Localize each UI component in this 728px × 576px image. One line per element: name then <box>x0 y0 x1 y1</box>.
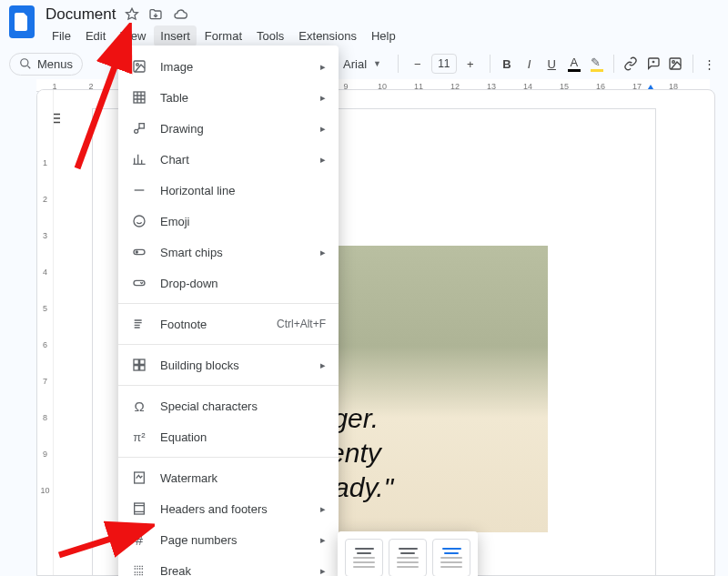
menu-item-equation[interactable]: π²Equation <box>118 421 339 452</box>
separator <box>398 55 399 73</box>
menu-format[interactable]: Format <box>198 25 248 46</box>
star-icon[interactable] <box>125 7 139 22</box>
bold-button[interactable]: B <box>498 52 517 76</box>
menu-help[interactable]: Help <box>365 25 402 46</box>
emoji-icon <box>131 214 147 228</box>
blocks-icon <box>131 358 147 372</box>
insert-link-button[interactable] <box>622 52 641 76</box>
font-size-control: − 11 + <box>406 52 482 76</box>
svg-rect-15 <box>140 366 145 370</box>
font-size-input[interactable]: 11 <box>431 54 457 74</box>
dropdown-icon <box>131 276 147 290</box>
menu-item-label: Smart chips <box>160 246 308 259</box>
add-comment-button[interactable] <box>643 52 662 76</box>
toc-option-plain[interactable] <box>345 539 383 576</box>
chevron-right-icon: ▸ <box>320 565 326 577</box>
pi-icon: π² <box>131 430 147 444</box>
menu-extensions[interactable]: Extensions <box>292 25 363 46</box>
more-toolbar-button[interactable]: ⋮ <box>700 52 719 76</box>
menu-item-special-characters[interactable]: ΩSpecial characters <box>118 390 339 421</box>
menu-item-horizontal-line[interactable]: Horizontal line <box>118 175 339 206</box>
separator <box>490 55 490 73</box>
svg-point-2 <box>672 61 675 64</box>
ruler-tick: 6 <box>43 327 47 363</box>
toc-option-dotted[interactable] <box>389 539 427 576</box>
menu-separator <box>118 385 339 386</box>
italic-button[interactable]: I <box>520 52 539 76</box>
footnote-icon <box>131 317 147 331</box>
menu-item-label: Drawing <box>160 122 308 136</box>
toc-option-links[interactable] <box>432 539 470 576</box>
menu-item-label: Equation <box>160 430 326 444</box>
toc-submenu <box>338 531 478 576</box>
menu-item-emoji[interactable]: Emoji <box>118 206 339 237</box>
separator <box>693 55 693 73</box>
chevron-right-icon: ▸ <box>320 247 326 258</box>
menu-item-image[interactable]: Image▸ <box>118 51 339 82</box>
menu-item-label: Break <box>160 564 308 577</box>
font-family-label: Arial <box>343 57 367 71</box>
menu-item-drop-down[interactable]: Drop-down <box>118 268 339 298</box>
menu-item-table[interactable]: Table▸ <box>118 82 339 113</box>
highlight-button[interactable]: ✎ <box>587 52 606 76</box>
menu-separator <box>118 303 339 304</box>
chevron-right-icon: ▸ <box>320 61 326 73</box>
svg-rect-13 <box>140 359 145 364</box>
chevron-right-icon: ▸ <box>320 92 326 104</box>
omega-icon: Ω <box>131 399 147 414</box>
svg-rect-12 <box>134 359 138 364</box>
menu-item-label: Chart <box>160 153 308 167</box>
menu-item-shortcut: Ctrl+Alt+F <box>277 318 326 330</box>
svg-rect-16 <box>135 472 145 483</box>
menu-separator <box>118 457 339 458</box>
vertical-ruler[interactable]: 1 2 3 4 5 6 7 8 9 10 <box>37 90 54 575</box>
font-size-increase[interactable]: + <box>459 52 482 76</box>
hr-icon <box>131 183 147 197</box>
move-icon[interactable] <box>148 7 163 22</box>
menu-item-label: Page numbers <box>160 533 308 547</box>
menu-item-watermark[interactable]: Watermark <box>118 462 339 493</box>
chip-icon <box>131 245 147 259</box>
insert-image-button[interactable] <box>666 52 685 76</box>
menu-item-footnote[interactable]: FootnoteCtrl+Alt+F <box>118 308 339 339</box>
menu-tools[interactable]: Tools <box>250 25 290 46</box>
break-icon <box>131 563 147 576</box>
menu-item-chart[interactable]: Chart▸ <box>118 144 339 175</box>
chevron-right-icon: ▸ <box>320 154 326 166</box>
chevron-right-icon: ▸ <box>320 503 326 515</box>
font-size-decrease[interactable]: − <box>406 52 430 76</box>
annotation-arrow-top <box>64 23 146 177</box>
ruler-tick: 8 <box>43 399 47 436</box>
menu-item-drawing[interactable]: Drawing▸ <box>118 113 339 144</box>
ruler-tick: 2 <box>43 181 47 217</box>
menu-insert[interactable]: Insert <box>154 25 197 46</box>
separator <box>613 55 614 73</box>
menu-separator <box>118 344 339 345</box>
document-title[interactable]: Document <box>46 5 116 24</box>
menu-item-label: Headers and footers <box>160 502 308 516</box>
ruler-tick: 10 <box>40 472 49 509</box>
search-icon <box>19 57 32 70</box>
annotation-arrow-bottom <box>55 510 155 564</box>
watermark-icon <box>131 470 147 485</box>
menu-item-label: Footnote <box>160 318 264 331</box>
svg-point-10 <box>136 251 137 253</box>
chevron-right-icon: ▸ <box>320 123 326 135</box>
menu-item-label: Watermark <box>160 471 326 485</box>
text-color-button[interactable]: A <box>565 52 584 76</box>
cloud-status-icon[interactable] <box>172 7 188 22</box>
docs-logo-icon[interactable] <box>9 5 35 38</box>
menu-item-building-blocks[interactable]: Building blocks▸ <box>118 349 339 380</box>
menu-item-label: Building blocks <box>160 359 308 372</box>
underline-button[interactable]: U <box>542 52 561 76</box>
menu-item-label: Horizontal line <box>160 184 326 197</box>
menu-item-smart-chips[interactable]: Smart chips▸ <box>118 237 339 268</box>
menu-item-label: Special characters <box>160 399 326 413</box>
ruler-tick: 7 <box>43 363 47 399</box>
font-family-select[interactable]: Arial▼ <box>336 57 390 71</box>
ruler-tick: 3 <box>43 217 47 254</box>
ruler-tick: 9 <box>43 436 47 472</box>
ruler-tick: 4 <box>43 254 47 290</box>
menu-item-label: Image <box>160 60 308 74</box>
ruler-tick: 1 <box>43 145 47 181</box>
